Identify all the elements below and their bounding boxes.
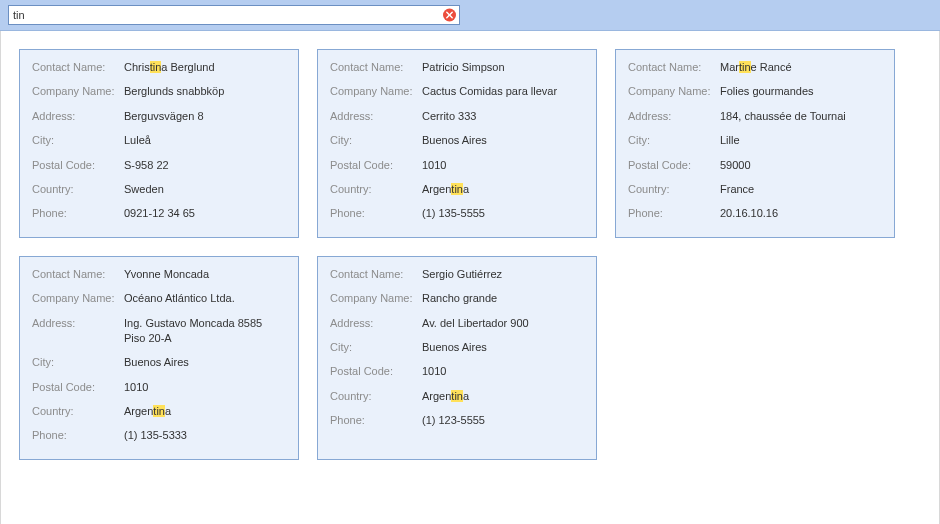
field-value: Martine Rancé: [720, 60, 882, 75]
card-row-contactName: Contact Name:Yvonne Moncada: [32, 267, 286, 282]
field-label: Postal Code:: [628, 158, 720, 173]
card-row-phone: Phone:0921-12 34 65: [32, 206, 286, 221]
field-value: Sweden: [124, 182, 286, 197]
field-value: Cactus Comidas para llevar: [422, 84, 584, 99]
field-label: Address:: [330, 316, 422, 331]
card-row-contactName: Contact Name:Martine Rancé: [628, 60, 882, 75]
card-row-city: City:Luleå: [32, 133, 286, 148]
field-label: Postal Code:: [32, 380, 124, 395]
card-row-postalCode: Postal Code:59000: [628, 158, 882, 173]
contact-card: Contact Name:Sergio GutiérrezCompany Nam…: [317, 256, 597, 460]
card-row-phone: Phone:(1) 135-5333: [32, 428, 286, 443]
field-label: Postal Code:: [330, 158, 422, 173]
card-row-address: Address:Ing. Gustavo Moncada 8585 Piso 2…: [32, 316, 286, 347]
clear-search-icon[interactable]: [443, 9, 456, 22]
field-value: Argentina: [422, 182, 584, 197]
field-label: Phone:: [32, 206, 124, 221]
search-wrap: [8, 5, 460, 25]
field-value: 59000: [720, 158, 882, 173]
field-label: Address:: [628, 109, 720, 124]
field-value: 184, chaussée de Tournai: [720, 109, 882, 124]
card-row-city: City:Buenos Aires: [330, 133, 584, 148]
field-value: Buenos Aires: [124, 355, 286, 370]
field-label: Contact Name:: [32, 60, 124, 75]
card-row-city: City:Lille: [628, 133, 882, 148]
field-value: 1010: [422, 158, 584, 173]
field-value: Patricio Simpson: [422, 60, 584, 75]
field-value: Christina Berglund: [124, 60, 286, 75]
contact-card: Contact Name:Christina BerglundCompany N…: [19, 49, 299, 238]
field-label: Country:: [330, 389, 422, 404]
field-label: Phone:: [330, 413, 422, 428]
field-label: Postal Code:: [32, 158, 124, 173]
card-row-companyName: Company Name:Océano Atlántico Ltda.: [32, 291, 286, 306]
card-row-country: Country:Argentina: [330, 182, 584, 197]
field-label: City:: [32, 133, 124, 148]
field-value: Ing. Gustavo Moncada 8585 Piso 20-A: [124, 316, 286, 347]
field-value: Yvonne Moncada: [124, 267, 286, 282]
field-value: Rancho grande: [422, 291, 584, 306]
field-value: Berglunds snabbköp: [124, 84, 286, 99]
field-value: (1) 123-5555: [422, 413, 584, 428]
card-row-postalCode: Postal Code:1010: [32, 380, 286, 395]
field-value: 1010: [124, 380, 286, 395]
field-label: Contact Name:: [330, 267, 422, 282]
card-row-contactName: Contact Name:Patricio Simpson: [330, 60, 584, 75]
field-label: Company Name:: [628, 84, 720, 99]
card-row-phone: Phone:(1) 123-5555: [330, 413, 584, 428]
card-row-companyName: Company Name:Folies gourmandes: [628, 84, 882, 99]
results-grid: Contact Name:Christina BerglundCompany N…: [0, 31, 940, 524]
card-row-contactName: Contact Name:Sergio Gutiérrez: [330, 267, 584, 282]
card-row-phone: Phone:20.16.10.16: [628, 206, 882, 221]
field-label: Company Name:: [330, 84, 422, 99]
field-value: Luleå: [124, 133, 286, 148]
field-value: Argentina: [124, 404, 286, 419]
field-label: Address:: [330, 109, 422, 124]
field-value: 0921-12 34 65: [124, 206, 286, 221]
card-row-contactName: Contact Name:Christina Berglund: [32, 60, 286, 75]
field-label: Contact Name:: [32, 267, 124, 282]
search-input[interactable]: [9, 6, 459, 24]
field-value: Berguvsvägen 8: [124, 109, 286, 124]
field-value: S-958 22: [124, 158, 286, 173]
card-row-city: City:Buenos Aires: [330, 340, 584, 355]
card-row-companyName: Company Name:Berglunds snabbköp: [32, 84, 286, 99]
field-label: Phone:: [32, 428, 124, 443]
field-value: Av. del Libertador 900: [422, 316, 584, 331]
field-label: Country:: [628, 182, 720, 197]
field-label: Company Name:: [32, 84, 124, 99]
field-label: Phone:: [628, 206, 720, 221]
field-value: 1010: [422, 364, 584, 379]
field-label: Country:: [32, 182, 124, 197]
field-value: (1) 135-5333: [124, 428, 286, 443]
field-label: City:: [330, 133, 422, 148]
field-label: Company Name:: [32, 291, 124, 306]
contact-card: Contact Name:Yvonne MoncadaCompany Name:…: [19, 256, 299, 460]
field-label: Postal Code:: [330, 364, 422, 379]
field-label: City:: [628, 133, 720, 148]
card-row-country: Country:France: [628, 182, 882, 197]
field-label: Country:: [330, 182, 422, 197]
field-label: Contact Name:: [330, 60, 422, 75]
field-label: Phone:: [330, 206, 422, 221]
field-label: Address:: [32, 109, 124, 124]
card-row-country: Country:Argentina: [32, 404, 286, 419]
search-bar: [0, 0, 940, 31]
field-value: France: [720, 182, 882, 197]
card-row-address: Address:Av. del Libertador 900: [330, 316, 584, 331]
card-row-postalCode: Postal Code:S-958 22: [32, 158, 286, 173]
field-label: City:: [32, 355, 124, 370]
card-row-postalCode: Postal Code:1010: [330, 364, 584, 379]
card-row-companyName: Company Name:Cactus Comidas para llevar: [330, 84, 584, 99]
field-label: Contact Name:: [628, 60, 720, 75]
field-value: Sergio Gutiérrez: [422, 267, 584, 282]
card-row-address: Address:Berguvsvägen 8: [32, 109, 286, 124]
field-label: City:: [330, 340, 422, 355]
card-row-postalCode: Postal Code:1010: [330, 158, 584, 173]
field-value: (1) 135-5555: [422, 206, 584, 221]
card-row-address: Address:184, chaussée de Tournai: [628, 109, 882, 124]
field-value: Buenos Aires: [422, 133, 584, 148]
field-value: Argentina: [422, 389, 584, 404]
card-row-country: Country:Sweden: [32, 182, 286, 197]
field-value: Lille: [720, 133, 882, 148]
